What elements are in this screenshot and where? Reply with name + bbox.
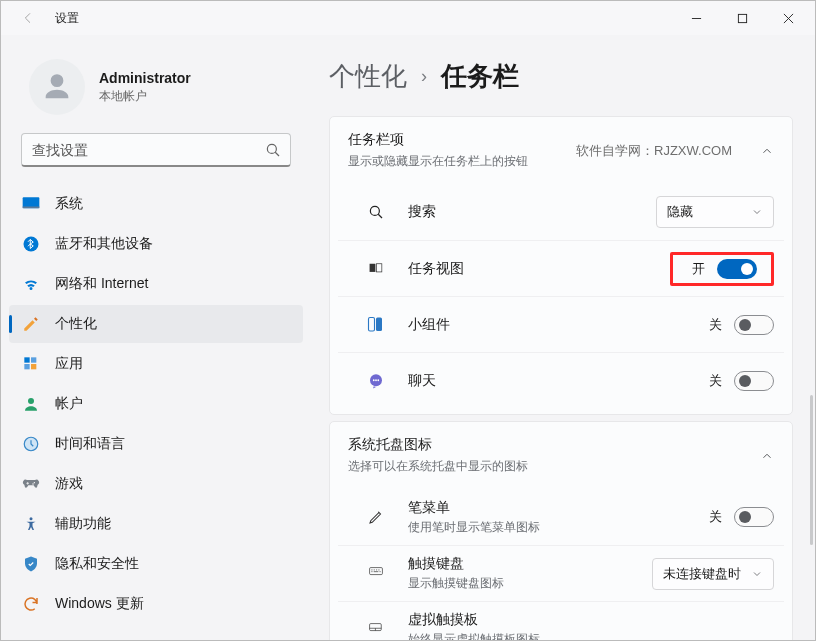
- setting-row-touchpad: 虚拟触摸板 始终显示虚拟触摸板图标: [338, 601, 784, 640]
- search-input[interactable]: [32, 142, 264, 158]
- dropdown-value: 隐藏: [667, 203, 693, 221]
- row-label: 虚拟触摸板: [408, 611, 540, 629]
- search-dropdown[interactable]: 隐藏: [656, 196, 774, 228]
- svg-point-15: [370, 206, 379, 215]
- sidebar-item-apps[interactable]: 应用: [9, 345, 303, 383]
- touchpad-icon: [366, 620, 386, 640]
- sidebar-item-label: Windows 更新: [55, 595, 144, 613]
- toggle-label: 关: [704, 372, 722, 390]
- toggle-label: 关: [704, 508, 722, 526]
- svg-point-13: [32, 483, 33, 484]
- card-title: 任务栏项: [348, 131, 528, 149]
- system-icon: [21, 194, 41, 214]
- svg-rect-9: [31, 364, 36, 369]
- sidebar-item-accounts[interactable]: 帐户: [9, 385, 303, 423]
- avatar: [29, 59, 85, 115]
- chevron-down-icon: [751, 568, 763, 580]
- svg-point-21: [373, 379, 375, 381]
- svg-rect-16: [370, 263, 376, 271]
- row-label: 笔菜单: [408, 499, 540, 517]
- sidebar-item-personalization[interactable]: 个性化: [9, 305, 303, 343]
- setting-row-taskview: 任务视图 开: [338, 240, 784, 296]
- sidebar: Administrator 本地帐户 系统 蓝牙和其他设备: [1, 35, 311, 640]
- maximize-button[interactable]: [719, 3, 765, 33]
- sidebar-item-label: 个性化: [55, 315, 97, 333]
- network-icon: [21, 274, 41, 294]
- svg-rect-4: [23, 207, 40, 209]
- sidebar-item-label: 隐私和安全性: [55, 555, 139, 573]
- row-sub: 使用笔时显示笔菜单图标: [408, 519, 540, 536]
- svg-point-14: [30, 517, 33, 520]
- search-input-wrap[interactable]: [21, 133, 291, 167]
- close-button[interactable]: [765, 3, 811, 33]
- back-button[interactable]: [13, 3, 43, 33]
- toggle-label: 关: [704, 316, 722, 334]
- row-label: 触摸键盘: [408, 555, 504, 573]
- taskbar-items-card: 任务栏项 显示或隐藏显示在任务栏上的按钮 软件自学网：RJZXW.COM 搜索 …: [329, 116, 793, 415]
- sidebar-item-bluetooth[interactable]: 蓝牙和其他设备: [9, 225, 303, 263]
- svg-rect-0: [691, 18, 700, 19]
- sidebar-item-time[interactable]: 时间和语言: [9, 425, 303, 463]
- svg-rect-6: [24, 357, 29, 362]
- bluetooth-icon: [21, 234, 41, 254]
- svg-point-23: [377, 379, 379, 381]
- setting-row-touchkeyboard: 触摸键盘 显示触摸键盘图标 未连接键盘时: [338, 545, 784, 601]
- main-content: 个性化 › 任务栏 任务栏项 显示或隐藏显示在任务栏上的按钮 软件自学网：RJZ…: [311, 35, 815, 640]
- sidebar-item-label: 应用: [55, 355, 83, 373]
- chevron-right-icon: ›: [421, 66, 427, 87]
- row-label: 任务视图: [408, 260, 464, 278]
- user-name: Administrator: [99, 70, 191, 86]
- scrollbar[interactable]: [810, 395, 813, 545]
- svg-point-12: [34, 482, 35, 483]
- touchkeyboard-dropdown[interactable]: 未连接键盘时: [652, 558, 774, 590]
- chat-icon: [366, 371, 386, 391]
- row-label: 小组件: [408, 316, 450, 334]
- svg-rect-7: [31, 357, 36, 362]
- taskview-toggle[interactable]: [717, 259, 757, 279]
- sidebar-item-update[interactable]: Windows 更新: [9, 585, 303, 623]
- user-block[interactable]: Administrator 本地帐户: [1, 49, 311, 133]
- taskview-icon: [366, 259, 386, 279]
- svg-point-10: [28, 398, 34, 404]
- sidebar-item-system[interactable]: 系统: [9, 185, 303, 223]
- chat-toggle[interactable]: [734, 371, 774, 391]
- row-label: 聊天: [408, 372, 436, 390]
- sidebar-item-accessibility[interactable]: 辅助功能: [9, 505, 303, 543]
- sidebar-item-label: 游戏: [55, 475, 83, 493]
- sidebar-item-gaming[interactable]: 游戏: [9, 465, 303, 503]
- breadcrumb-parent[interactable]: 个性化: [329, 59, 407, 94]
- sidebar-item-label: 帐户: [55, 395, 83, 413]
- setting-row-widgets: 小组件 关: [338, 296, 784, 352]
- sidebar-item-label: 辅助功能: [55, 515, 111, 533]
- highlight-box: 开: [670, 252, 774, 286]
- card-sub: 显示或隐藏显示在任务栏上的按钮: [348, 153, 528, 170]
- chevron-down-icon: [751, 206, 763, 218]
- setting-row-chat: 聊天 关: [338, 352, 784, 408]
- update-icon: [21, 594, 41, 614]
- tray-icons-header[interactable]: 系统托盘图标 选择可以在系统托盘中显示的图标: [330, 422, 792, 489]
- card-sub: 选择可以在系统托盘中显示的图标: [348, 458, 528, 475]
- svg-rect-8: [24, 364, 29, 369]
- tray-icons-card: 系统托盘图标 选择可以在系统托盘中显示的图标 笔菜单 使用笔时显示笔菜单图标 关: [329, 421, 793, 640]
- row-label: 搜索: [408, 203, 436, 221]
- taskbar-items-header[interactable]: 任务栏项 显示或隐藏显示在任务栏上的按钮 软件自学网：RJZXW.COM: [330, 117, 792, 184]
- widgets-toggle[interactable]: [734, 315, 774, 335]
- personalize-icon: [21, 314, 41, 334]
- svg-point-22: [375, 379, 377, 381]
- sidebar-item-privacy[interactable]: 隐私和安全性: [9, 545, 303, 583]
- setting-row-search: 搜索 隐藏: [338, 184, 784, 240]
- setting-row-pen: 笔菜单 使用笔时显示笔菜单图标 关: [338, 489, 784, 545]
- pen-icon: [366, 507, 386, 527]
- search-icon: [264, 141, 282, 159]
- chevron-up-icon: [760, 449, 774, 463]
- row-sub: 显示触摸键盘图标: [408, 575, 504, 592]
- row-sub: 始终显示虚拟触摸板图标: [408, 631, 540, 640]
- search-icon: [366, 202, 386, 222]
- watermark-text: 软件自学网：RJZXW.COM: [576, 142, 732, 160]
- pen-toggle[interactable]: [734, 507, 774, 527]
- svg-rect-18: [369, 317, 375, 331]
- breadcrumb-current: 任务栏: [441, 59, 519, 94]
- minimize-button[interactable]: [673, 3, 719, 33]
- sidebar-item-network[interactable]: 网络和 Internet: [9, 265, 303, 303]
- accessibility-icon: [21, 514, 41, 534]
